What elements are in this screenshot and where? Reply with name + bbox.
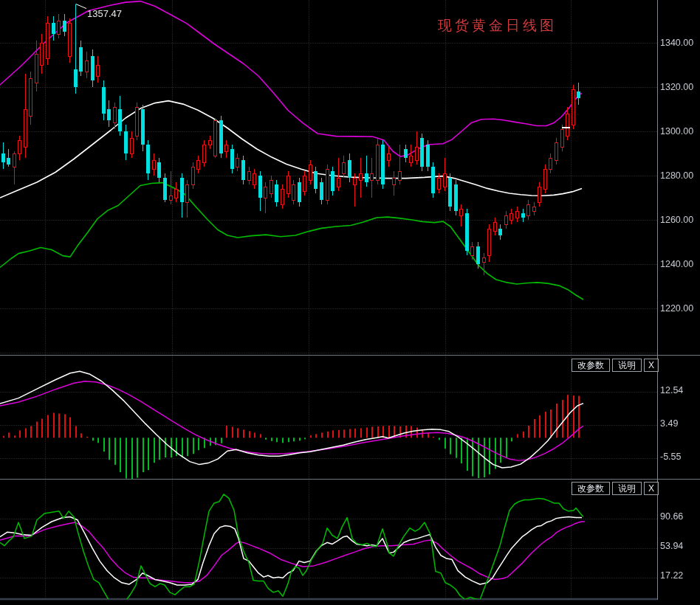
price-axis-label: 1240.00 (660, 259, 693, 269)
kdj-panel-toolbar: 改参数 说明 X (572, 482, 659, 495)
trading-app-window: 现货黄金日线图 1357.47 改参数 说明 X 改参数 说明 X 1340.0… (0, 0, 700, 605)
macd-change-params-button[interactable]: 改参数 (572, 359, 610, 372)
peak-price-annotation: 1357.47 (87, 8, 122, 19)
price-axis-label: 1320.00 (660, 82, 693, 92)
price-axis-label: 1340.00 (660, 38, 693, 48)
kdj-change-params-button[interactable]: 改参数 (572, 482, 610, 495)
price-axis-label: 1300.00 (660, 126, 693, 136)
price-axis-label: 1280.00 (660, 170, 693, 181)
macd-axis-label: 12.54 (660, 385, 683, 395)
price-axis-label: 1260.00 (660, 215, 693, 225)
chart-title: 现货黄金日线图 (438, 16, 557, 35)
macd-axis-label: 3.49 (660, 418, 678, 429)
macd-panel-toolbar: 改参数 说明 X (572, 359, 659, 372)
macd-help-button[interactable]: 说明 (612, 359, 642, 372)
price-chart-canvas[interactable] (0, 0, 700, 605)
kdj-help-button[interactable]: 说明 (612, 482, 642, 495)
kdj-close-button[interactable]: X (644, 482, 659, 495)
kdj-axis-label: 17.22 (660, 570, 683, 581)
kdj-axis-label: 53.94 (660, 541, 683, 551)
kdj-axis-label: 90.66 (660, 511, 683, 522)
macd-axis-label: -5.55 (660, 452, 682, 462)
macd-close-button[interactable]: X (644, 359, 659, 372)
price-axis-label: 1220.00 (660, 303, 693, 314)
